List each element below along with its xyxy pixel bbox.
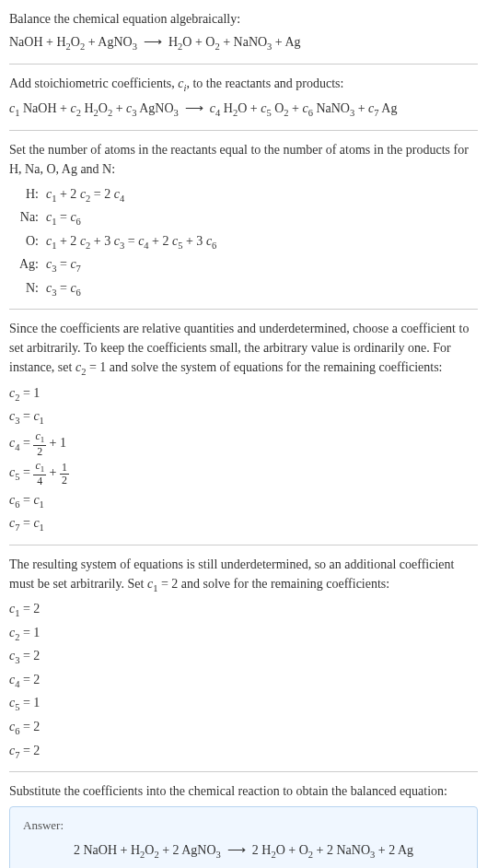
coeff-item: c3 = 2 bbox=[9, 646, 478, 668]
section-balance-intro: Balance the chemical equation algebraica… bbox=[9, 9, 478, 54]
atom-row-n: N: c3 = c6 bbox=[17, 278, 478, 300]
coeff-item: c3 = c1 bbox=[9, 406, 478, 428]
atom-label: Na: bbox=[17, 207, 46, 227]
answer-label: Answer: bbox=[23, 816, 464, 835]
atom-equations-table: H: c1 + 2 c2 = 2 c4 Na: c1 = c6 O: c1 + … bbox=[17, 184, 478, 300]
atom-eq: c3 = c6 bbox=[46, 278, 81, 300]
atom-eq: c1 + 2 c2 = 2 c4 bbox=[46, 184, 124, 206]
divider bbox=[9, 771, 478, 772]
fraction: c1 4 bbox=[33, 460, 46, 487]
coeff-equation: c1 NaOH + c2 H2O2 + c3 AgNO3 ⟶ c4 H2O + … bbox=[9, 99, 478, 121]
arbitrary-text-2: The resulting system of equations is sti… bbox=[9, 555, 478, 596]
atom-eq: c3 = c7 bbox=[46, 254, 81, 276]
answer-box: Answer: 2 NaOH + H2O2 + 2 AgNO3 ⟶ 2 H2O … bbox=[9, 806, 478, 868]
atom-row-na: Na: c1 = c6 bbox=[17, 207, 478, 229]
coeff-item: c5 = 1 bbox=[9, 693, 478, 715]
arbitrary-text-1: Since the coefficients are relative quan… bbox=[9, 319, 478, 380]
atom-label: H: bbox=[17, 184, 46, 204]
coeff-item: c7 = 2 bbox=[9, 741, 478, 763]
section-set-arbitrary-1: Since the coefficients are relative quan… bbox=[9, 319, 478, 534]
coeff-list-1: c2 = 1 c3 = c1 c4 = c1 2 + 1 c5 = c1 4 +… bbox=[9, 383, 478, 535]
coeff-item: c4 = 2 bbox=[9, 670, 478, 692]
divider bbox=[9, 64, 478, 65]
intro-text: Balance the chemical equation algebraica… bbox=[9, 9, 478, 29]
section-set-arbitrary-2: The resulting system of equations is sti… bbox=[9, 555, 478, 762]
unbalanced-equation: NaOH + H2O2 + AgNO3 ⟶ H2O + O2 + NaNO3 +… bbox=[9, 32, 478, 54]
substitute-text: Substitute the coefficients into the che… bbox=[9, 781, 478, 801]
atom-row-o: O: c1 + 2 c2 + 3 c3 = c4 + 2 c5 + 3 c6 bbox=[17, 231, 478, 253]
atom-eq: c1 = c6 bbox=[46, 207, 81, 229]
atom-balance-text: Set the number of atoms in the reactants… bbox=[9, 140, 478, 179]
coeff-list-2: c1 = 2 c2 = 1 c3 = 2 c4 = 2 c5 = 1 c6 = … bbox=[9, 599, 478, 762]
atom-row-h: H: c1 + 2 c2 = 2 c4 bbox=[17, 184, 478, 206]
balanced-equation: 2 NaOH + H2O2 + 2 AgNO3 ⟶ 2 H2O + O2 + 2… bbox=[23, 840, 464, 862]
fraction: 1 2 bbox=[60, 462, 69, 487]
atom-label: O: bbox=[17, 231, 46, 251]
divider bbox=[9, 545, 478, 545]
coeff-item: c6 = 2 bbox=[9, 717, 478, 739]
atom-row-ag: Ag: c3 = c7 bbox=[17, 254, 478, 276]
atom-label: Ag: bbox=[17, 254, 46, 274]
divider bbox=[9, 130, 478, 131]
atom-eq: c1 + 2 c2 + 3 c3 = c4 + 2 c5 + 3 c6 bbox=[46, 231, 216, 253]
atom-label: N: bbox=[17, 278, 46, 298]
section-stoichiometric: Add stoichiometric coefficients, ci, to … bbox=[9, 74, 478, 121]
section-answer: Substitute the coefficients into the che… bbox=[9, 781, 478, 868]
coeff-item: c2 = 1 bbox=[9, 623, 478, 645]
coeff-item: c6 = c1 bbox=[9, 490, 478, 512]
coeff-item-c5: c5 = c1 4 + 1 2 bbox=[9, 460, 478, 487]
coeff-item: c2 = 1 bbox=[9, 383, 478, 405]
divider bbox=[9, 309, 478, 310]
stoich-text: Add stoichiometric coefficients, ci, to … bbox=[9, 74, 478, 96]
coeff-item: c7 = c1 bbox=[9, 513, 478, 535]
coeff-item: c1 = 2 bbox=[9, 599, 478, 621]
coeff-item-c4: c4 = c1 2 + 1 bbox=[9, 430, 478, 458]
fraction: c1 2 bbox=[33, 430, 46, 458]
section-atom-balance: Set the number of atoms in the reactants… bbox=[9, 140, 478, 300]
